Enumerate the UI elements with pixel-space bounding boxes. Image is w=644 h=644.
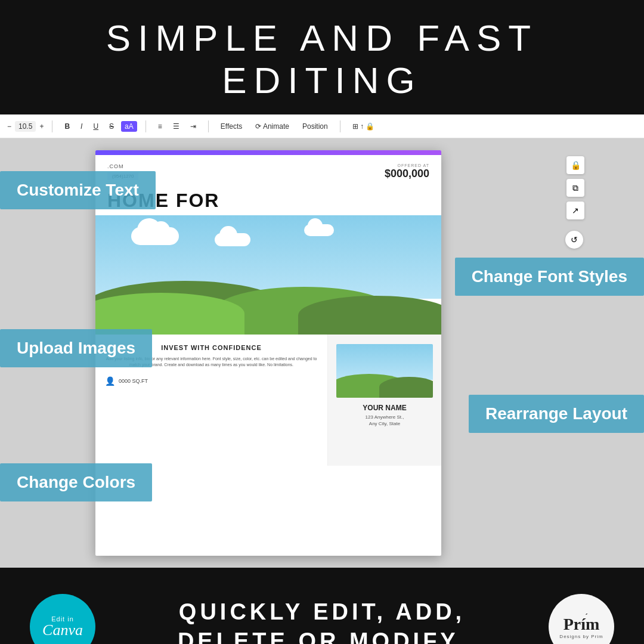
align-list-button[interactable]: ☰: [169, 121, 183, 132]
export-icon[interactable]: ↗: [566, 202, 584, 219]
rearrange-layout-label: Rearrange Layout: [469, 395, 644, 433]
doc-sqft: 👤 0000 SQ.FT: [105, 376, 318, 386]
effects-button[interactable]: Effects: [217, 121, 246, 132]
footer-line2: DELETE OR MODIFY.: [178, 627, 466, 644]
cloud-1: [131, 227, 179, 245]
canva-canvas: 🔒 ⧉ ↗ ↺ .COM (954)1270 OFFERED AT $000,0…: [0, 138, 644, 568]
copy-icon[interactable]: ⧉: [566, 179, 584, 197]
customize-text-label: Customize Text: [0, 171, 156, 209]
footer-line1: QUICKLY EDIT, ADD,: [178, 597, 466, 627]
font-size-minus[interactable]: −: [7, 122, 11, 131]
canva-badge: Edit in Canva: [30, 594, 95, 644]
animate-button[interactable]: ⟳ Animate: [252, 121, 293, 132]
footer: Edit in Canva QUICKLY EDIT, ADD, DELETE …: [0, 568, 644, 644]
position-button[interactable]: Position: [299, 121, 332, 132]
doc-offered-label: OFFERED AT: [385, 163, 429, 168]
prim-i: í: [581, 615, 586, 634]
upload-images-label: Upload Images: [0, 329, 152, 367]
prim-badge: Prím Designs by Prim: [549, 594, 614, 644]
font-size-display: 10.5: [15, 121, 36, 132]
prim-name: Prím: [564, 615, 600, 633]
doc-image: [95, 215, 441, 335]
cloud-3: [304, 224, 334, 236]
sqft-icon: 👤: [105, 376, 115, 386]
doc-gradient-bar: [95, 150, 441, 155]
doc-website: .COM: [107, 163, 429, 169]
bold-button[interactable]: B: [61, 121, 73, 132]
header: SIMPLE AND FAST EDITING: [0, 0, 644, 114]
doc-bottom-right: YOUR NAME 123 Anywhere St.,Any City, Sta…: [328, 335, 441, 466]
sqft-value: 0000 SQ.FT: [119, 378, 148, 384]
editor-area: − 10.5 + B I U S aA ≡ ☰ ⇥ Effects ⟳ Anim…: [0, 114, 644, 568]
mini-house-image: [336, 344, 433, 398]
align-indent-button[interactable]: ⇥: [187, 121, 200, 132]
case-button[interactable]: aA: [121, 121, 137, 132]
mini-hill-2: [379, 377, 433, 398]
doc-price: $000,000: [385, 168, 429, 180]
doc-agent-name: YOUR NAME: [336, 404, 433, 412]
doc-agent-address: 123 Anywhere St.,Any City, State: [336, 414, 433, 427]
footer-text: QUICKLY EDIT, ADD, DELETE OR MODIFY.: [178, 597, 466, 644]
canva-toolbar: − 10.5 + B I U S aA ≡ ☰ ⇥ Effects ⟳ Anim…: [0, 114, 644, 138]
toolbar-separator-4: [340, 120, 340, 132]
toolbar-separator-3: [208, 120, 209, 132]
change-colors-label: Change Colors: [0, 463, 152, 501]
canva-badge-big-text: Canva: [42, 623, 83, 638]
lock-icon[interactable]: 🔒: [566, 156, 584, 174]
cloud-2: [215, 233, 250, 246]
refresh-icon[interactable]: ↺: [565, 231, 583, 249]
underline-button[interactable]: U: [89, 121, 102, 132]
prim-badge-sub: Designs by Prim: [559, 634, 603, 639]
toolbar-separator-2: [145, 120, 146, 132]
toolbar-format-group: B I U S aA: [61, 121, 137, 132]
italic-button[interactable]: I: [77, 121, 86, 132]
hill-front: [95, 293, 244, 335]
font-size-plus[interactable]: +: [39, 122, 44, 131]
align-left-button[interactable]: ≡: [154, 121, 166, 132]
doc-offered-at: OFFERED AT $000,000: [385, 163, 429, 180]
doc-hills: [95, 263, 441, 335]
more-options-button[interactable]: ⊞ ↑ 🔒: [349, 121, 379, 132]
page-title: SIMPLE AND FAST EDITING: [12, 17, 632, 101]
toolbar-separator-1: [52, 120, 52, 132]
toolbar-align-group: ≡ ☰ ⇥: [154, 121, 200, 132]
hill-front2: [298, 296, 441, 335]
strikethrough-button[interactable]: S: [106, 121, 117, 132]
change-font-label: Change Font Styles: [455, 258, 644, 296]
prim-badge-text: Prím: [564, 615, 600, 634]
toolbar-font-size-group: − 10.5 +: [7, 121, 44, 132]
canva-right-icons: 🔒 ⧉ ↗: [566, 156, 584, 219]
